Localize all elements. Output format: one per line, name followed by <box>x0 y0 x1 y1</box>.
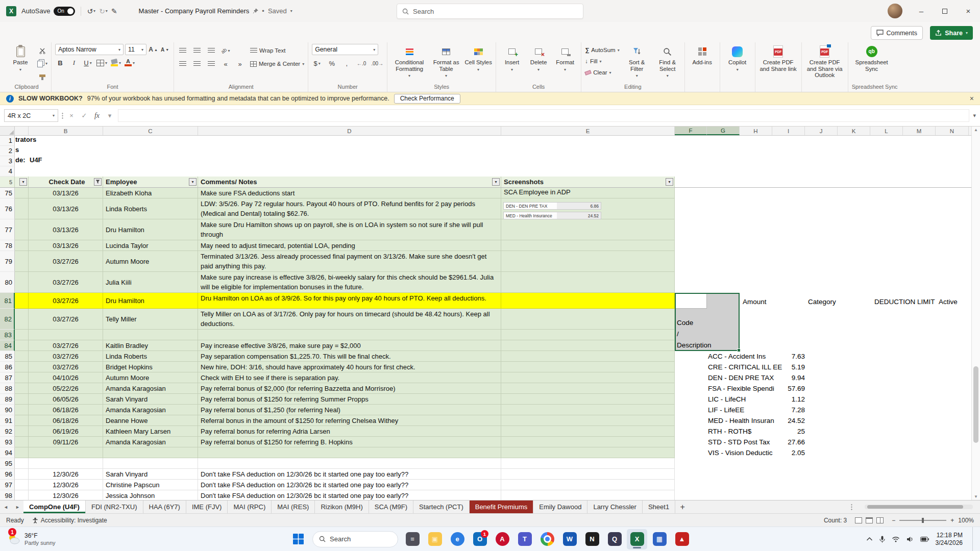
row-number[interactable]: 89 <box>0 394 15 405</box>
cell-comments[interactable]: Dru Hamilton on LOA as of 3/9/26. So for… <box>198 293 501 309</box>
benefit-code[interactable]: LIF - LifeEE <box>708 406 744 414</box>
benefit-code[interactable]: RTH - ROTH$ <box>708 428 751 435</box>
cell-employee[interactable]: Amanda Karagosian <box>103 437 198 447</box>
sheet-tab[interactable]: MAI (RES) <box>272 500 315 513</box>
benefit-amount[interactable]: 2.05 <box>792 449 805 457</box>
filter-dropdown-icon[interactable]: ▾ <box>666 178 673 186</box>
show-desktop-button[interactable] <box>972 527 975 551</box>
app-outlook[interactable]: O 1 <box>470 529 490 549</box>
increase-font-button[interactable]: A▲ <box>148 44 158 55</box>
cell-check-date[interactable]: 03/27/26 <box>29 362 103 372</box>
notice-close-icon[interactable]: × <box>970 94 974 103</box>
fx-caret-icon[interactable]: ▾ <box>105 112 114 119</box>
quick-access-pen-icon[interactable]: ✎ <box>111 7 117 15</box>
cell-comments[interactable]: Referral bonus in the amount of $1250 fo… <box>198 415 501 426</box>
comma-button[interactable]: , <box>341 58 352 68</box>
cell-check-date[interactable] <box>29 447 103 458</box>
column-header[interactable]: E <box>501 127 675 135</box>
cell-screenshots[interactable] <box>501 240 675 251</box>
benefit-row[interactable]: STD - STD Post Tax 27.66 <box>708 437 805 447</box>
decrease-decimal-button[interactable]: .00→ <box>371 58 383 68</box>
cell[interactable] <box>15 469 29 480</box>
formula-input[interactable] <box>118 109 969 122</box>
check-performance-button[interactable]: Check Performance <box>394 94 460 104</box>
create-pdf-outlook-button[interactable]: Create PDF and Share via Outlook <box>805 44 844 79</box>
cell-employee[interactable]: Sarah Vinyard <box>103 469 198 480</box>
cell-comments[interactable]: Pay separation compensation $1,225.70. T… <box>198 351 501 362</box>
screenshot-thumbnail[interactable]: DEN - DEN PRE TAX 6.86 <box>503 202 601 210</box>
avatar[interactable] <box>888 4 902 18</box>
fill-color-button[interactable]: ▾ <box>111 58 121 68</box>
scroll-down-icon[interactable]: ▼ <box>972 494 980 499</box>
cell[interactable] <box>15 219 29 240</box>
cell-screenshots[interactable] <box>501 272 675 293</box>
cell-comments[interactable]: Terminated 3/13/26. Jess already process… <box>198 251 501 272</box>
cell-employee[interactable]: Elizabeth Kloha <box>103 188 198 198</box>
row-number[interactable]: 92 <box>0 426 15 437</box>
cell-employee[interactable]: Jessica Johnson <box>103 490 198 500</box>
column-header[interactable]: D <box>198 127 501 135</box>
cell[interactable] <box>15 330 29 340</box>
cell-comments[interactable]: Don't take FSA deduction on 12/30/26 bc … <box>198 490 501 500</box>
cell-screenshots[interactable] <box>501 351 675 362</box>
borders-button[interactable]: ▾ <box>96 58 107 68</box>
cell[interactable] <box>15 394 29 405</box>
cell[interactable] <box>15 198 29 219</box>
cell-comments[interactable]: Pay referral bonus of $1250 for referrin… <box>198 437 501 447</box>
cell-comments[interactable]: May need to adjust timecard, potential L… <box>198 240 501 251</box>
zoom-in-button[interactable]: + <box>950 517 954 524</box>
confirm-entry-icon[interactable]: ✓ <box>80 112 89 119</box>
cell[interactable]: trators <box>15 136 29 146</box>
benefit-code[interactable]: DEN - DEN PRE TAX <box>708 374 774 382</box>
redo-button[interactable]: ↻▾ <box>99 7 108 15</box>
cell-employee[interactable]: Linda Roberts <box>103 198 198 219</box>
cell-check-date[interactable]: 06/19/26 <box>29 426 103 437</box>
row-number[interactable]: 90 <box>0 405 15 415</box>
cell[interactable] <box>15 426 29 437</box>
page-layout-view-icon[interactable] <box>866 517 873 523</box>
row-number[interactable]: 88 <box>0 383 15 394</box>
cell-screenshots[interactable] <box>501 309 675 330</box>
cell-comments[interactable]: Make sure FSA deductions start <box>198 188 501 198</box>
document-title-area[interactable]: Master - Company Payroll Reminders • Sav… <box>139 7 292 15</box>
sheet-tab[interactable]: Benefit Premiums <box>470 500 534 513</box>
accessibility-status[interactable]: Accessibility: Investigate <box>32 517 107 524</box>
cell-screenshots[interactable] <box>501 394 675 405</box>
align-right-button[interactable] <box>206 59 216 69</box>
cell[interactable] <box>15 309 29 330</box>
row-number[interactable]: 3 <box>0 156 15 166</box>
cell-check-date[interactable] <box>29 458 103 469</box>
row-number[interactable]: 93 <box>0 437 15 447</box>
insert-cells-button[interactable]: Insert▾ <box>500 44 524 73</box>
vertical-scrollbar[interactable]: ▲ ▼ <box>971 127 980 500</box>
align-top-button[interactable] <box>178 45 188 56</box>
cell-screenshots[interactable] <box>501 293 675 309</box>
cell-screenshots[interactable] <box>501 426 675 437</box>
cell[interactable]: U4F <box>29 156 103 166</box>
underline-button[interactable]: U▾ <box>83 58 93 68</box>
cell-employee[interactable]: Julia Kiili <box>103 272 198 293</box>
cell-check-date[interactable]: 03/13/26 <box>29 198 103 219</box>
cell[interactable] <box>15 293 29 309</box>
maximize-button[interactable] <box>933 0 957 22</box>
cell-employee[interactable]: Dru Hamilton <box>103 293 198 309</box>
saved-status[interactable]: Saved <box>268 7 287 15</box>
row-number[interactable]: 84 <box>0 340 15 351</box>
cell[interactable] <box>29 166 103 177</box>
cell-employee[interactable]: Kaitlin Bradley <box>103 340 198 351</box>
cell-screenshots[interactable] <box>501 330 675 340</box>
align-bottom-button[interactable] <box>206 45 216 56</box>
format-painter-button[interactable] <box>37 70 47 81</box>
merge-center-button[interactable]: Merge & Center▾ <box>250 59 304 69</box>
cell-screenshots[interactable] <box>501 383 675 394</box>
row-number[interactable]: 95 <box>0 458 15 469</box>
font-size-select[interactable]: 11▾ <box>125 44 146 55</box>
row-number[interactable]: 98 <box>0 490 15 500</box>
excel-logo-icon[interactable]: X <box>6 6 16 16</box>
column-header[interactable]: B <box>29 127 103 135</box>
copy-button[interactable]: ▾ <box>37 58 47 68</box>
cell-styles-button[interactable]: Cell Styles▾ <box>464 44 492 73</box>
filter-dropdown-icon[interactable]: ▾ <box>189 178 197 186</box>
app-calc[interactable]: ▦ <box>649 529 670 549</box>
cell-check-date[interactable] <box>29 330 103 340</box>
